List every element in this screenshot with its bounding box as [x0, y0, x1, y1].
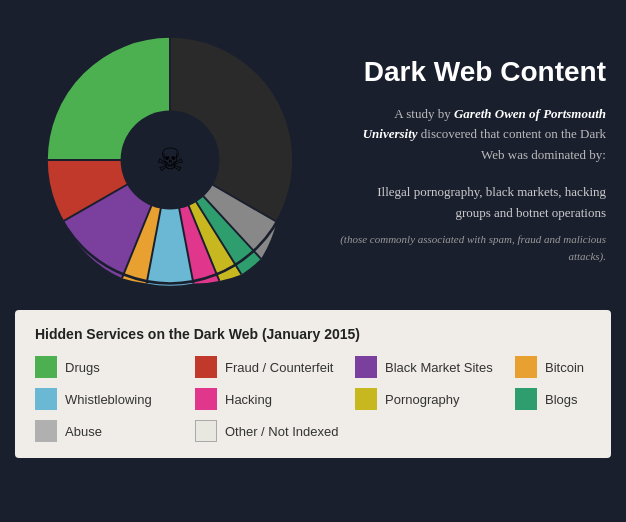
legend-item-blackmarket: Black Market Sites: [355, 356, 515, 378]
page-title: Dark Web Content: [340, 56, 606, 88]
study-line: A study by: [394, 106, 454, 121]
legend-item-other: Other / Not Indexed: [195, 420, 355, 442]
abuse-label: Abuse: [65, 424, 102, 439]
legend-grid: Drugs Fraud / Counterfeit Black Market S…: [35, 356, 591, 442]
legend-item-pornography: Pornography: [355, 388, 515, 410]
legend-item-whistleblowing: Whistleblowing: [35, 388, 195, 410]
bitcoin-color: [515, 356, 537, 378]
legend-row-3: Abuse Other / Not Indexed: [35, 420, 591, 442]
other-color: [195, 420, 217, 442]
sub-text: (those commonly associated with spam, fr…: [340, 231, 606, 264]
chart-area: ☠: [10, 20, 330, 300]
pornography-color: [355, 388, 377, 410]
blackmarket-color: [355, 356, 377, 378]
abuse-color: [35, 420, 57, 442]
whistleblowing-label: Whistleblowing: [65, 392, 152, 407]
whistleblowing-color: [35, 388, 57, 410]
legend-item-fraud: Fraud / Counterfeit: [195, 356, 355, 378]
legend-title: Hidden Services on the Dark Web (January…: [35, 326, 591, 342]
hacking-label: Hacking: [225, 392, 272, 407]
text-area: Dark Web Content A study by Gareth Owen …: [330, 46, 626, 275]
blackmarket-label: Black Market Sites: [385, 360, 493, 375]
highlight-text: Illegal pornography, black markets, hack…: [340, 182, 606, 224]
legend-section: Hidden Services on the Dark Web (January…: [15, 310, 611, 458]
pie-chart: ☠: [40, 30, 300, 290]
top-section: ☠ Dark Web Content A study by Gareth Owe…: [0, 0, 626, 310]
legend-row-1: Drugs Fraud / Counterfeit Black Market S…: [35, 356, 591, 378]
bitcoin-label: Bitcoin: [545, 360, 584, 375]
legend-item-blogs: Blogs: [515, 388, 626, 410]
other-label: Other / Not Indexed: [225, 424, 338, 439]
fraud-label: Fraud / Counterfeit: [225, 360, 333, 375]
blogs-color: [515, 388, 537, 410]
legend-item-drugs: Drugs: [35, 356, 195, 378]
legend-item-abuse: Abuse: [35, 420, 195, 442]
legend-item-hacking: Hacking: [195, 388, 355, 410]
drugs-color: [35, 356, 57, 378]
pornography-label: Pornography: [385, 392, 459, 407]
drugs-label: Drugs: [65, 360, 100, 375]
legend-item-bitcoin: Bitcoin: [515, 356, 626, 378]
skull-icon: ☠: [135, 125, 205, 195]
fraud-color: [195, 356, 217, 378]
study-description: A study by Gareth Owen of Portsmouth Uni…: [340, 104, 606, 166]
study-continuation: discovered that content on the Dark Web …: [421, 126, 606, 162]
legend-row-2: Whistleblowing Hacking Pornography Blogs: [35, 388, 591, 410]
blogs-label: Blogs: [545, 392, 578, 407]
hacking-color: [195, 388, 217, 410]
